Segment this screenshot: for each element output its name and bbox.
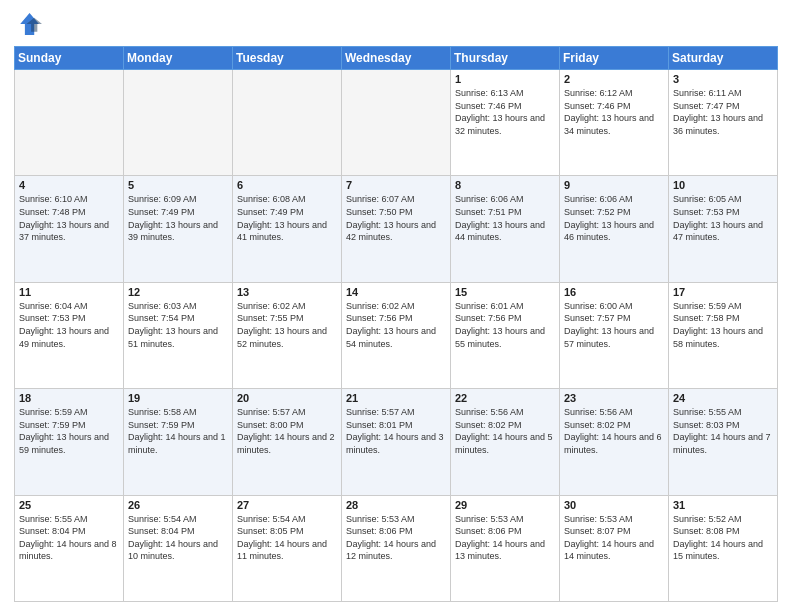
calendar-cell: 12Sunrise: 6:03 AMSunset: 7:54 PMDayligh…	[124, 282, 233, 388]
day-info: Sunrise: 6:06 AMSunset: 7:52 PMDaylight:…	[564, 193, 664, 243]
day-info: Sunrise: 6:02 AMSunset: 7:55 PMDaylight:…	[237, 300, 337, 350]
calendar-cell: 7Sunrise: 6:07 AMSunset: 7:50 PMDaylight…	[342, 176, 451, 282]
calendar-cell	[124, 70, 233, 176]
calendar-cell: 28Sunrise: 5:53 AMSunset: 8:06 PMDayligh…	[342, 495, 451, 601]
day-number: 22	[455, 392, 555, 404]
day-of-week-header: Monday	[124, 47, 233, 70]
calendar-week-row: 4Sunrise: 6:10 AMSunset: 7:48 PMDaylight…	[15, 176, 778, 282]
day-number: 14	[346, 286, 446, 298]
calendar-header-row: SundayMondayTuesdayWednesdayThursdayFrid…	[15, 47, 778, 70]
calendar-week-row: 25Sunrise: 5:55 AMSunset: 8:04 PMDayligh…	[15, 495, 778, 601]
day-of-week-header: Tuesday	[233, 47, 342, 70]
day-number: 23	[564, 392, 664, 404]
calendar-cell: 29Sunrise: 5:53 AMSunset: 8:06 PMDayligh…	[451, 495, 560, 601]
calendar-cell: 30Sunrise: 5:53 AMSunset: 8:07 PMDayligh…	[560, 495, 669, 601]
calendar-cell: 6Sunrise: 6:08 AMSunset: 7:49 PMDaylight…	[233, 176, 342, 282]
day-number: 25	[19, 499, 119, 511]
day-info: Sunrise: 6:02 AMSunset: 7:56 PMDaylight:…	[346, 300, 446, 350]
calendar-cell: 4Sunrise: 6:10 AMSunset: 7:48 PMDaylight…	[15, 176, 124, 282]
day-info: Sunrise: 5:59 AMSunset: 7:58 PMDaylight:…	[673, 300, 773, 350]
calendar-cell: 16Sunrise: 6:00 AMSunset: 7:57 PMDayligh…	[560, 282, 669, 388]
calendar-cell: 8Sunrise: 6:06 AMSunset: 7:51 PMDaylight…	[451, 176, 560, 282]
calendar-cell: 10Sunrise: 6:05 AMSunset: 7:53 PMDayligh…	[669, 176, 778, 282]
day-info: Sunrise: 6:13 AMSunset: 7:46 PMDaylight:…	[455, 87, 555, 137]
calendar-cell: 23Sunrise: 5:56 AMSunset: 8:02 PMDayligh…	[560, 389, 669, 495]
day-info: Sunrise: 5:57 AMSunset: 8:00 PMDaylight:…	[237, 406, 337, 456]
calendar-cell: 15Sunrise: 6:01 AMSunset: 7:56 PMDayligh…	[451, 282, 560, 388]
day-number: 3	[673, 73, 773, 85]
calendar-cell	[342, 70, 451, 176]
day-number: 9	[564, 179, 664, 191]
calendar-week-row: 11Sunrise: 6:04 AMSunset: 7:53 PMDayligh…	[15, 282, 778, 388]
day-info: Sunrise: 5:54 AMSunset: 8:04 PMDaylight:…	[128, 513, 228, 563]
day-info: Sunrise: 6:00 AMSunset: 7:57 PMDaylight:…	[564, 300, 664, 350]
day-info: Sunrise: 5:56 AMSunset: 8:02 PMDaylight:…	[564, 406, 664, 456]
calendar-cell: 17Sunrise: 5:59 AMSunset: 7:58 PMDayligh…	[669, 282, 778, 388]
day-info: Sunrise: 6:07 AMSunset: 7:50 PMDaylight:…	[346, 193, 446, 243]
calendar-cell: 14Sunrise: 6:02 AMSunset: 7:56 PMDayligh…	[342, 282, 451, 388]
day-info: Sunrise: 5:55 AMSunset: 8:03 PMDaylight:…	[673, 406, 773, 456]
day-number: 20	[237, 392, 337, 404]
day-of-week-header: Friday	[560, 47, 669, 70]
day-info: Sunrise: 5:53 AMSunset: 8:06 PMDaylight:…	[455, 513, 555, 563]
calendar-cell: 18Sunrise: 5:59 AMSunset: 7:59 PMDayligh…	[15, 389, 124, 495]
day-of-week-header: Sunday	[15, 47, 124, 70]
calendar-cell: 11Sunrise: 6:04 AMSunset: 7:53 PMDayligh…	[15, 282, 124, 388]
day-info: Sunrise: 6:10 AMSunset: 7:48 PMDaylight:…	[19, 193, 119, 243]
calendar-cell: 13Sunrise: 6:02 AMSunset: 7:55 PMDayligh…	[233, 282, 342, 388]
day-of-week-header: Saturday	[669, 47, 778, 70]
day-number: 13	[237, 286, 337, 298]
day-info: Sunrise: 5:59 AMSunset: 7:59 PMDaylight:…	[19, 406, 119, 456]
calendar-cell: 20Sunrise: 5:57 AMSunset: 8:00 PMDayligh…	[233, 389, 342, 495]
calendar-cell: 27Sunrise: 5:54 AMSunset: 8:05 PMDayligh…	[233, 495, 342, 601]
day-number: 26	[128, 499, 228, 511]
calendar-cell: 24Sunrise: 5:55 AMSunset: 8:03 PMDayligh…	[669, 389, 778, 495]
calendar-cell: 21Sunrise: 5:57 AMSunset: 8:01 PMDayligh…	[342, 389, 451, 495]
day-number: 10	[673, 179, 773, 191]
day-info: Sunrise: 5:55 AMSunset: 8:04 PMDaylight:…	[19, 513, 119, 563]
calendar-cell	[15, 70, 124, 176]
day-number: 15	[455, 286, 555, 298]
day-info: Sunrise: 6:11 AMSunset: 7:47 PMDaylight:…	[673, 87, 773, 137]
day-info: Sunrise: 5:57 AMSunset: 8:01 PMDaylight:…	[346, 406, 446, 456]
day-number: 8	[455, 179, 555, 191]
day-info: Sunrise: 5:53 AMSunset: 8:07 PMDaylight:…	[564, 513, 664, 563]
calendar-cell: 19Sunrise: 5:58 AMSunset: 7:59 PMDayligh…	[124, 389, 233, 495]
calendar-cell: 3Sunrise: 6:11 AMSunset: 7:47 PMDaylight…	[669, 70, 778, 176]
page: SundayMondayTuesdayWednesdayThursdayFrid…	[0, 0, 792, 612]
day-info: Sunrise: 5:54 AMSunset: 8:05 PMDaylight:…	[237, 513, 337, 563]
day-info: Sunrise: 5:53 AMSunset: 8:06 PMDaylight:…	[346, 513, 446, 563]
day-info: Sunrise: 5:56 AMSunset: 8:02 PMDaylight:…	[455, 406, 555, 456]
header	[14, 10, 778, 38]
day-number: 29	[455, 499, 555, 511]
day-number: 31	[673, 499, 773, 511]
day-number: 18	[19, 392, 119, 404]
day-number: 12	[128, 286, 228, 298]
day-number: 2	[564, 73, 664, 85]
calendar-cell: 2Sunrise: 6:12 AMSunset: 7:46 PMDaylight…	[560, 70, 669, 176]
calendar-cell: 22Sunrise: 5:56 AMSunset: 8:02 PMDayligh…	[451, 389, 560, 495]
day-info: Sunrise: 6:12 AMSunset: 7:46 PMDaylight:…	[564, 87, 664, 137]
logo	[14, 10, 46, 38]
day-number: 17	[673, 286, 773, 298]
calendar-cell: 26Sunrise: 5:54 AMSunset: 8:04 PMDayligh…	[124, 495, 233, 601]
day-number: 5	[128, 179, 228, 191]
day-info: Sunrise: 6:08 AMSunset: 7:49 PMDaylight:…	[237, 193, 337, 243]
calendar-cell: 5Sunrise: 6:09 AMSunset: 7:49 PMDaylight…	[124, 176, 233, 282]
calendar-cell: 1Sunrise: 6:13 AMSunset: 7:46 PMDaylight…	[451, 70, 560, 176]
day-number: 30	[564, 499, 664, 511]
day-number: 27	[237, 499, 337, 511]
day-info: Sunrise: 6:05 AMSunset: 7:53 PMDaylight:…	[673, 193, 773, 243]
day-of-week-header: Wednesday	[342, 47, 451, 70]
calendar-week-row: 1Sunrise: 6:13 AMSunset: 7:46 PMDaylight…	[15, 70, 778, 176]
day-info: Sunrise: 5:58 AMSunset: 7:59 PMDaylight:…	[128, 406, 228, 456]
calendar-week-row: 18Sunrise: 5:59 AMSunset: 7:59 PMDayligh…	[15, 389, 778, 495]
day-number: 4	[19, 179, 119, 191]
day-number: 21	[346, 392, 446, 404]
calendar-cell: 9Sunrise: 6:06 AMSunset: 7:52 PMDaylight…	[560, 176, 669, 282]
day-number: 1	[455, 73, 555, 85]
calendar-table: SundayMondayTuesdayWednesdayThursdayFrid…	[14, 46, 778, 602]
calendar-cell: 31Sunrise: 5:52 AMSunset: 8:08 PMDayligh…	[669, 495, 778, 601]
day-number: 28	[346, 499, 446, 511]
calendar-cell: 25Sunrise: 5:55 AMSunset: 8:04 PMDayligh…	[15, 495, 124, 601]
